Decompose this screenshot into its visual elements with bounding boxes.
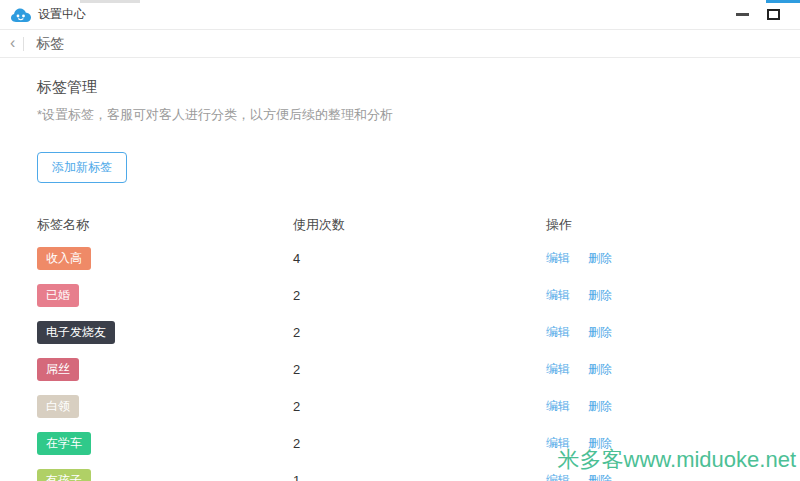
title-bar: 设置中心 <box>0 0 800 30</box>
table-header-row: 标签名称 使用次数 操作 <box>37 210 800 240</box>
nav-bar: ‹ 标签 <box>0 30 800 58</box>
delete-link[interactable]: 删除 <box>588 324 612 341</box>
edit-link[interactable]: 编辑 <box>546 361 570 378</box>
window-controls <box>736 9 790 20</box>
app-title: 设置中心 <box>38 6 86 23</box>
usage-count: 2 <box>293 362 546 377</box>
row-operations: 编辑删除 <box>546 324 800 341</box>
tag-badge: 收入高 <box>37 247 91 270</box>
row-operations: 编辑删除 <box>546 361 800 378</box>
delete-link[interactable]: 删除 <box>588 250 612 267</box>
delete-link[interactable]: 删除 <box>588 435 612 452</box>
row-operations: 编辑删除 <box>546 435 800 452</box>
usage-count: 2 <box>293 436 546 451</box>
table-row: 在学车2编辑删除 <box>37 425 800 462</box>
table-row: 收入高4编辑删除 <box>37 240 800 277</box>
tags-table: 标签名称 使用次数 操作 收入高4编辑删除已婚2编辑删除电子发烧友2编辑删除屌丝… <box>37 210 800 481</box>
nav-divider <box>23 37 24 51</box>
main-content: 标签管理 *设置标签，客服可对客人进行分类，以方便后续的整理和分析 添加新标签 … <box>0 58 800 481</box>
tag-badge: 已婚 <box>37 284 79 307</box>
delete-link[interactable]: 删除 <box>588 361 612 378</box>
page-breadcrumb: 标签 <box>36 35 64 53</box>
back-button[interactable]: ‹ <box>0 35 23 53</box>
cloud-logo-icon <box>10 7 32 23</box>
table-row: 已婚2编辑删除 <box>37 277 800 314</box>
table-row: 屌丝2编辑删除 <box>37 351 800 388</box>
row-operations: 编辑删除 <box>546 287 800 304</box>
row-operations: 编辑删除 <box>546 250 800 267</box>
usage-count: 2 <box>293 399 546 414</box>
usage-count: 4 <box>293 251 546 266</box>
column-header-tag-name: 标签名称 <box>37 216 293 234</box>
edit-link[interactable]: 编辑 <box>546 435 570 452</box>
tag-badge: 电子发烧友 <box>37 321 115 344</box>
column-header-usage-count: 使用次数 <box>293 216 546 234</box>
delete-link[interactable]: 删除 <box>588 398 612 415</box>
edit-link[interactable]: 编辑 <box>546 398 570 415</box>
row-operations: 编辑删除 <box>546 398 800 415</box>
table-row: 电子发烧友2编辑删除 <box>37 314 800 351</box>
row-operations: 编辑删除 <box>546 472 800 481</box>
tag-badge: 屌丝 <box>37 358 79 381</box>
add-tag-button[interactable]: 添加新标签 <box>37 152 127 183</box>
tag-badge: 有孩子 <box>37 469 91 481</box>
edit-link[interactable]: 编辑 <box>546 472 570 481</box>
table-body: 收入高4编辑删除已婚2编辑删除电子发烧友2编辑删除屌丝2编辑删除白领2编辑删除在… <box>37 240 800 481</box>
minimize-button[interactable] <box>736 13 749 16</box>
usage-count: 2 <box>293 288 546 303</box>
tag-badge: 在学车 <box>37 432 91 455</box>
edit-link[interactable]: 编辑 <box>546 250 570 267</box>
page-title: 标签管理 <box>37 78 800 97</box>
page-description: *设置标签，客服可对客人进行分类，以方便后续的整理和分析 <box>37 106 800 124</box>
usage-count: 1 <box>293 473 546 481</box>
column-header-operations: 操作 <box>546 216 800 234</box>
table-row: 白领2编辑删除 <box>37 388 800 425</box>
tag-badge: 白领 <box>37 395 79 418</box>
background-window-fragment-gray <box>80 0 140 3</box>
maximize-button[interactable] <box>767 9 780 20</box>
table-row: 有孩子1编辑删除 <box>37 462 800 481</box>
background-window-fragment <box>766 0 800 3</box>
edit-link[interactable]: 编辑 <box>546 324 570 341</box>
delete-link[interactable]: 删除 <box>588 287 612 304</box>
usage-count: 2 <box>293 325 546 340</box>
delete-link[interactable]: 删除 <box>588 472 612 481</box>
edit-link[interactable]: 编辑 <box>546 287 570 304</box>
